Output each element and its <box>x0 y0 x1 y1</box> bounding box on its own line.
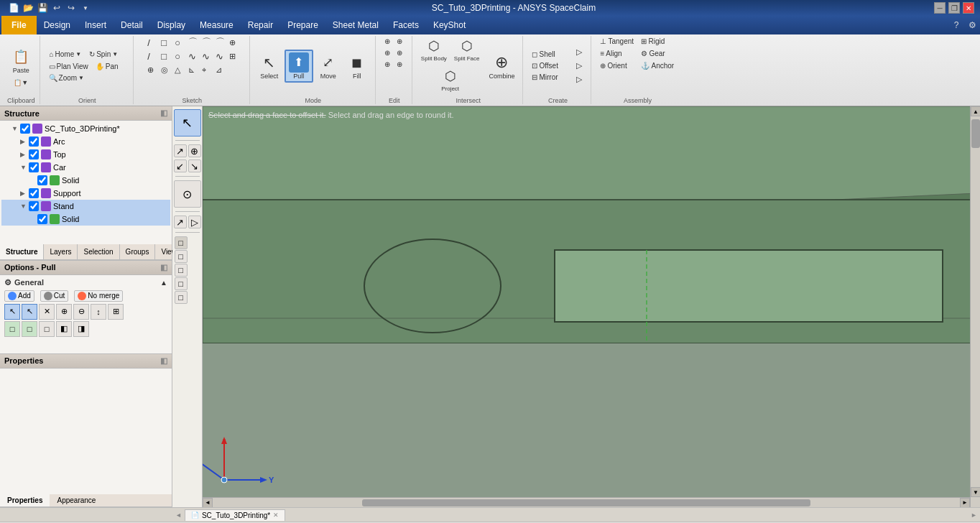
tab-layers[interactable]: Layers <box>44 244 78 259</box>
settings-button[interactable]: ⚙ <box>966 19 979 32</box>
properties-collapse[interactable]: ◧ <box>160 356 167 366</box>
tree-item-stand-solid[interactable]: Solid <box>1 213 170 226</box>
tree-arrow-stand-solid[interactable] <box>29 216 37 223</box>
sketch-tool17[interactable]: △ <box>172 63 185 76</box>
create-btn2-row2[interactable]: ▷ <box>573 60 586 73</box>
tab-selection[interactable]: Selection <box>78 244 119 259</box>
tool-select1[interactable]: ↖ <box>4 304 20 320</box>
open-button[interactable]: 📂 <box>22 1 34 14</box>
prepare-menu[interactable]: Prepare <box>280 18 325 32</box>
cursor-tool[interactable]: ↖ <box>174 109 201 136</box>
tree-item-car-solid[interactable]: Solid <box>1 174 170 187</box>
tree-check-stand[interactable] <box>29 201 39 211</box>
sketch-tool10[interactable]: ○ <box>172 50 185 63</box>
sheet-metal-menu[interactable]: Sheet Metal <box>325 18 386 32</box>
options-collapse[interactable]: ◧ <box>160 263 167 272</box>
sketch-tool19[interactable]: ⌖ <box>199 63 212 76</box>
sketch-tool4[interactable]: ⌒ <box>185 36 198 49</box>
split-face-button[interactable]: ⬡Split Face <box>451 37 483 65</box>
tree-check-support[interactable] <box>29 188 39 198</box>
no-merge-button[interactable]: No merge <box>74 290 123 302</box>
plan-view-button[interactable]: ▭ Plan View <box>46 61 91 72</box>
tree-item-car[interactable]: ▼ Car <box>1 161 170 174</box>
minimize-button[interactable]: ─ <box>934 2 946 14</box>
redo-button[interactable]: ↪ <box>65 1 78 14</box>
repair-menu[interactable]: Repair <box>241 18 280 32</box>
tree-check-car-solid[interactable] <box>37 175 47 185</box>
tree-arrow-car[interactable]: ▼ <box>20 164 29 171</box>
tree-arrow-stand[interactable]: ▼ <box>20 203 29 210</box>
edit-tool5[interactable]: ⊕ <box>382 59 393 70</box>
orient-button[interactable]: ⊕ Orient <box>597 60 637 71</box>
sketch-tool5[interactable]: ⌒ <box>199 36 212 49</box>
structure-collapse[interactable]: ◧ <box>160 108 167 118</box>
add-button[interactable]: Add <box>4 290 34 302</box>
sketch-tool9[interactable]: □ <box>158 50 171 63</box>
tool-select6[interactable]: ↕ <box>91 304 106 320</box>
tool-select2[interactable]: ↖ <box>22 304 37 320</box>
display-menu[interactable]: Display <box>150 18 193 32</box>
tree-item-top[interactable]: ▶ Top <box>1 148 170 161</box>
sketch-tool1[interactable]: / <box>144 36 157 49</box>
body-tool5[interactable]: □ <box>175 291 188 304</box>
fill-button[interactable]: ◼ Fill <box>343 50 371 82</box>
edit-tool4[interactable]: ⊕ <box>394 47 405 58</box>
sketch-tool16[interactable]: ◎ <box>158 63 171 76</box>
tangent-button[interactable]: ⊥ Tangent <box>597 36 637 47</box>
tool-solid5[interactable]: ◨ <box>73 321 89 337</box>
scroll-track-h[interactable] <box>213 498 960 507</box>
body-tool3[interactable]: □ <box>175 264 188 277</box>
tool-solid2[interactable]: □ <box>22 321 37 337</box>
sketch-tool18[interactable]: ⊾ <box>185 63 198 76</box>
horizontal-scrollbar[interactable]: ◄ ► <box>203 497 970 507</box>
create-btn2-row3[interactable]: ▷ <box>573 73 586 86</box>
tree-check-arc[interactable] <box>29 136 39 147</box>
shell-button[interactable]: ◻ Shell <box>529 49 572 60</box>
scroll-left-arrow[interactable]: ◄ <box>203 498 213 508</box>
cut-button[interactable]: Cut <box>40 290 69 302</box>
sketch-tool13[interactable]: ∿ <box>213 50 226 63</box>
spin-button[interactable]: ↻ Spin ▼ <box>86 48 122 60</box>
measure-menu[interactable]: Measure <box>193 18 241 32</box>
gear-button[interactable]: ⚙ Gear <box>638 48 678 59</box>
tab-properties[interactable]: Properties <box>0 494 50 506</box>
rigid-button[interactable]: ⊞ Rigid <box>638 36 678 47</box>
edit-tool3[interactable]: ⊕ <box>382 47 393 58</box>
tab-structure[interactable]: Structure <box>0 244 44 259</box>
curve-tool1[interactable]: ↗ <box>174 216 187 228</box>
sketch-tool15[interactable]: ⊕ <box>144 63 157 76</box>
tab-close-button[interactable]: ✕ <box>273 512 279 519</box>
scroll-thumb-h[interactable] <box>362 499 810 506</box>
align-button[interactable]: ≡ Align <box>597 48 637 59</box>
zoom-button[interactable]: 🔍 Zoom ▼ <box>46 73 87 83</box>
edge-tool1[interactable]: ↙ <box>174 159 187 172</box>
help-button[interactable]: ? <box>950 19 963 32</box>
facets-menu[interactable]: Facets <box>386 18 426 32</box>
detail-menu[interactable]: Detail <box>114 18 150 32</box>
tree-item-arc[interactable]: ▶ Arc <box>1 135 170 148</box>
tree-item-stand[interactable]: ▼ Stand <box>1 200 170 213</box>
tree-arrow-support[interactable]: ▶ <box>20 190 29 197</box>
body-tool1[interactable]: □ <box>175 236 188 249</box>
keyshot-menu[interactable]: KeyShot <box>426 18 473 32</box>
sketch-tool2[interactable]: □ <box>158 36 171 49</box>
tool-select3[interactable]: ✕ <box>39 304 55 320</box>
sketch-tool14[interactable]: ⊞ <box>226 50 239 63</box>
edge-tool2[interactable]: ↘ <box>188 159 201 172</box>
new-button[interactable]: 📄 <box>7 1 20 14</box>
tool-select4[interactable]: ⊕ <box>56 304 72 320</box>
edit-tool1[interactable]: ⊕ <box>382 36 393 47</box>
undo-dropdown[interactable]: ▼ <box>79 1 92 14</box>
undo-button[interactable]: ↩ <box>50 1 63 14</box>
point-tool[interactable]: ⊙ <box>174 180 201 208</box>
pull-tool2[interactable]: ⊕ <box>188 144 201 157</box>
tool-solid1[interactable]: □ <box>4 321 20 337</box>
tool-solid3[interactable]: □ <box>39 321 55 337</box>
body-tool2[interactable]: □ <box>175 250 188 263</box>
sketch-tool6[interactable]: ⌒ <box>213 36 226 49</box>
move-button[interactable]: ⤢ Move <box>315 50 342 82</box>
design-menu[interactable]: Design <box>37 18 78 32</box>
pull-button[interactable]: ⬆ Pull <box>285 50 313 83</box>
mirror-button[interactable]: ⊟ Mirror <box>529 72 572 83</box>
restore-button[interactable]: ❐ <box>948 2 960 14</box>
